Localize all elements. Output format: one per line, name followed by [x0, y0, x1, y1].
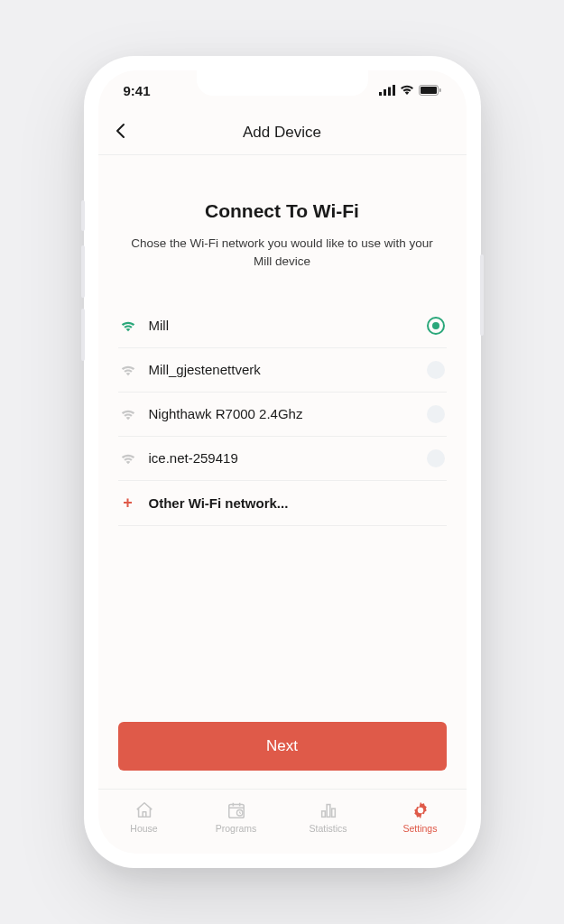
nav-header: Add Device	[98, 110, 467, 155]
radio-unselected[interactable]	[427, 449, 445, 467]
calendar-icon	[227, 800, 246, 820]
radio-unselected[interactable]	[427, 361, 445, 379]
side-button	[480, 254, 484, 336]
side-button	[81, 309, 85, 361]
battery-icon	[419, 85, 441, 96]
network-row[interactable]: Mill_gjestenettverk	[118, 348, 447, 393]
back-button[interactable]	[115, 121, 125, 144]
status-time: 9:41	[124, 83, 151, 98]
content: Connect To Wi-Fi Chose the Wi-Fi network…	[98, 155, 467, 789]
network-name: Mill_gjestenettverk	[149, 362, 414, 377]
wifi-icon	[120, 362, 136, 378]
wifi-icon	[120, 406, 136, 422]
subheading: Chose the Wi-Fi network you would like t…	[118, 235, 447, 272]
spacer	[118, 526, 447, 723]
status-icons	[379, 85, 441, 96]
side-button	[81, 245, 85, 298]
notch	[197, 70, 368, 96]
tab-settings[interactable]: Settings	[374, 790, 467, 845]
wifi-icon	[120, 318, 136, 334]
network-row[interactable]: Nighthawk R7000 2.4Ghz	[118, 393, 447, 437]
svg-rect-1	[384, 89, 386, 96]
wifi-icon	[120, 450, 136, 467]
cellular-icon	[379, 85, 395, 96]
network-name: ice.net-259419	[149, 450, 414, 466]
chart-icon	[319, 800, 338, 820]
svg-rect-3	[393, 85, 395, 96]
network-row[interactable]: Mill	[118, 304, 447, 348]
screen: 9:41 Add Device Connect To Wi-Fi Chose t…	[98, 70, 467, 854]
tab-label: Programs	[216, 823, 257, 834]
svg-rect-2	[388, 88, 391, 97]
svg-rect-0	[379, 92, 382, 96]
network-list: MillMill_gjestenettverkNighthawk R7000 2…	[118, 304, 447, 481]
radio-selected[interactable]	[427, 317, 445, 335]
tab-label: Statistics	[309, 823, 347, 834]
svg-rect-12	[321, 811, 325, 817]
svg-rect-5	[421, 87, 437, 94]
wifi-status-icon	[400, 85, 414, 96]
heading: Connect To Wi-Fi	[118, 200, 447, 222]
network-row[interactable]: ice.net-259419	[118, 437, 447, 481]
house-icon	[134, 800, 154, 820]
tab-programs[interactable]: Programs	[190, 790, 282, 845]
network-name: Nighthawk R7000 2.4Ghz	[149, 406, 414, 421]
tab-label: Settings	[403, 823, 438, 834]
other-network-label: Other Wi-Fi network...	[149, 495, 289, 511]
chevron-left-icon	[115, 123, 125, 139]
svg-rect-13	[327, 805, 330, 818]
plus-icon: +	[120, 494, 136, 513]
svg-rect-6	[439, 88, 441, 92]
tab-house[interactable]: House	[98, 790, 190, 845]
next-button-label: Next	[266, 737, 298, 754]
next-button[interactable]: Next	[118, 722, 447, 771]
radio-unselected[interactable]	[427, 405, 445, 423]
gear-icon	[411, 800, 430, 820]
tab-statistics[interactable]: Statistics	[282, 790, 374, 845]
phone-frame: 9:41 Add Device Connect To Wi-Fi Chose t…	[84, 56, 481, 868]
other-network-button[interactable]: + Other Wi-Fi network...	[118, 481, 447, 526]
tab-bar: HouseProgramsStatisticsSettings	[98, 789, 467, 854]
tab-label: House	[130, 823, 157, 834]
svg-rect-14	[331, 808, 335, 817]
network-name: Mill	[149, 318, 414, 333]
page-title: Add Device	[243, 124, 321, 142]
side-button	[81, 200, 85, 231]
